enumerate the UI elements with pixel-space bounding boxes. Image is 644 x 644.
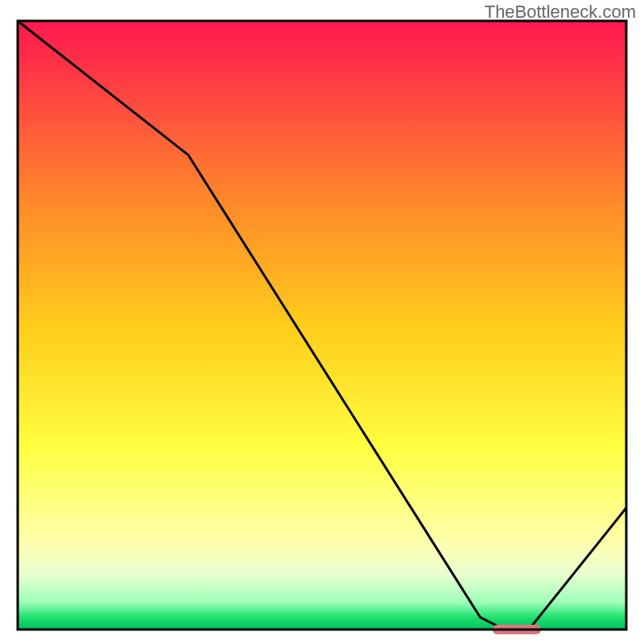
bottleneck-chart	[0, 0, 644, 644]
chart-gradient-background	[18, 21, 626, 630]
watermark-text: TheBottleneck.com	[485, 2, 636, 23]
